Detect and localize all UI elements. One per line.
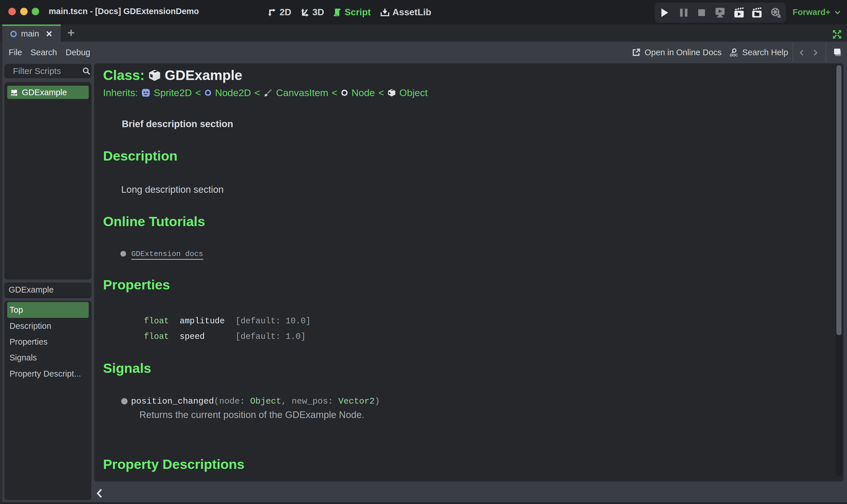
svg-text:DOC: DOC (730, 53, 738, 57)
svg-text:DOC: DOC (12, 94, 16, 96)
